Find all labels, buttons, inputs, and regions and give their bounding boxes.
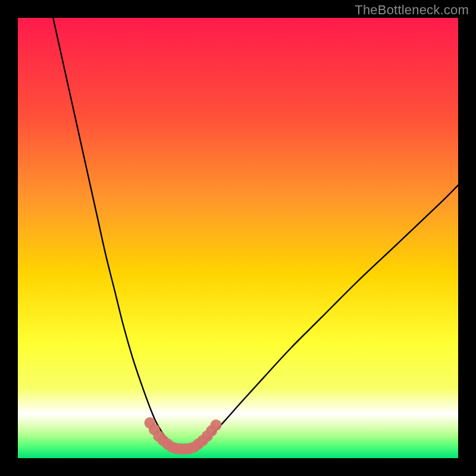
chart-frame: TheBottleneck.com [0, 0, 476, 476]
right-curve-path [198, 185, 458, 449]
left-curve-path [53, 18, 172, 449]
plot-area [18, 18, 458, 458]
bottleneck-curve [18, 18, 458, 458]
watermark-text: TheBottleneck.com [355, 2, 469, 18]
marker-dot [211, 419, 222, 431]
